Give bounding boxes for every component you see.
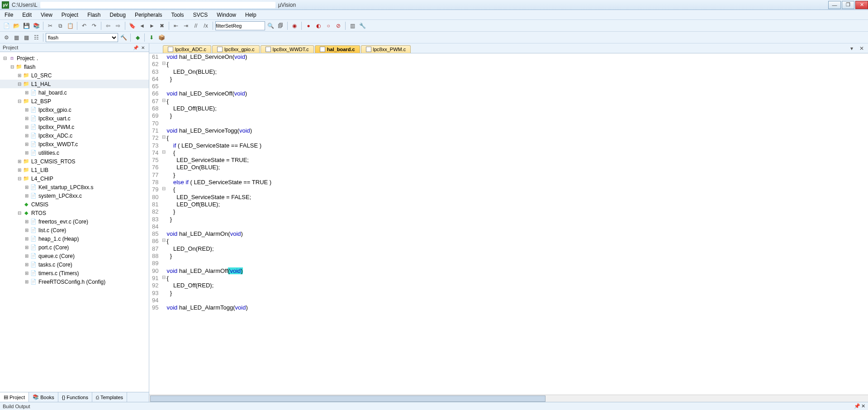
tree-file-queue.c (Core)[interactable]: ⊞queue.c (Core)	[0, 252, 149, 260]
editor-tab-lpc8xx_PWM.c[interactable]: lpc8xx_PWM.c	[361, 45, 411, 53]
output-pin-icon[interactable]: 📌	[854, 403, 860, 409]
tree-file-port.c (Core)[interactable]: ⊞port.c (Core)	[0, 243, 149, 252]
minimize-button[interactable]: —	[828, 1, 841, 9]
sidetab-project[interactable]: ▤Project	[0, 392, 29, 402]
redo-icon[interactable]: ↷	[90, 21, 99, 30]
find-combo[interactable]	[215, 21, 265, 30]
indent-left-icon[interactable]: ⇤	[171, 21, 180, 30]
sidetab-functions[interactable]: {}Functions	[58, 392, 92, 402]
maximize-button[interactable]: ❐	[842, 1, 854, 9]
breakpoint-kill-icon[interactable]: ⊘	[334, 21, 343, 30]
new-file-icon[interactable]: 📄	[2, 21, 11, 30]
output-close-icon[interactable]: ✕	[861, 403, 865, 409]
menu-help[interactable]: Help	[241, 11, 261, 19]
editor-hscroll[interactable]	[149, 395, 868, 402]
menu-file[interactable]: File	[0, 11, 18, 19]
cut-icon[interactable]: ✂	[46, 21, 55, 30]
save-all-icon[interactable]: 📚	[32, 21, 41, 30]
panel-close-icon[interactable]: ✕	[140, 44, 146, 51]
config-icon[interactable]: 🔧	[358, 21, 367, 30]
tree-comp-RTOS[interactable]: ⊟RTOS	[0, 209, 149, 217]
menu-tools[interactable]: Tools	[167, 11, 189, 19]
tree-project-root[interactable]: ⊟Project: .	[0, 54, 149, 62]
close-button[interactable]: ✕	[855, 1, 868, 9]
code-lines[interactable]: void hal_LED_ServiceOn(void){ LED_On(BLU…	[166, 53, 868, 395]
tree-file-hal_board.c[interactable]: ⊞hal_board.c	[0, 88, 149, 97]
tree-group-L1_HAL[interactable]: ⊟L1_HAL	[0, 80, 149, 88]
window-layout-icon[interactable]: ▥	[348, 21, 357, 30]
bookmark-icon[interactable]: 🔖	[128, 21, 137, 30]
tree-file-Keil_startup_LPC8xx.s[interactable]: ⊞Keil_startup_LPC8xx.s	[0, 183, 149, 191]
translate-icon[interactable]: ⚙	[2, 33, 11, 42]
uncomment-icon[interactable]: /x	[201, 21, 210, 30]
bookmark-next-icon[interactable]: ►	[147, 21, 157, 30]
sidetab-templates[interactable]: ⎙Templates	[92, 392, 127, 402]
breakpoint-toggle-icon[interactable]: ◐	[314, 21, 323, 30]
save-icon[interactable]: 💾	[22, 21, 31, 30]
tree-file-system_LPC8xx.c[interactable]: ⊞system_LPC8xx.c	[0, 191, 149, 200]
tree-file-tasks.c (Core)[interactable]: ⊞tasks.c (Core)	[0, 260, 149, 269]
menu-flash[interactable]: Flash	[83, 11, 105, 19]
batch-build-icon[interactable]: ☷	[32, 33, 41, 42]
options-icon[interactable]: 🔨	[119, 33, 128, 42]
tree-file-freertos_evr.c (Core)[interactable]: ⊞freertos_evr.c (Core)	[0, 217, 149, 226]
tree-file-utilities.c[interactable]: ⊞utilities.c	[0, 148, 149, 157]
tab-dropdown-icon[interactable]: ▾	[847, 44, 856, 53]
editor-tab-lpc8xx_WWDT.c[interactable]: lpc8xx_WWDT.c	[261, 45, 314, 53]
target-combo[interactable]: flash	[46, 33, 118, 42]
editor-tab-hal_board.c[interactable]: hal_board.c	[315, 45, 360, 53]
tree-file-heap_1.c (Heap)[interactable]: ⊞heap_1.c (Heap)	[0, 234, 149, 243]
tree-group-L1_LIB[interactable]: ⊞L1_LIB	[0, 166, 149, 174]
tree-file-timers.c (Timers)[interactable]: ⊞timers.c (Timers)	[0, 269, 149, 277]
menu-svcs[interactable]: SVCS	[189, 11, 213, 19]
nav-back-icon[interactable]: ⇦	[104, 21, 113, 30]
paste-icon[interactable]: 📋	[66, 21, 75, 30]
bookmark-prev-icon[interactable]: ◄	[138, 21, 147, 30]
menu-view[interactable]: View	[36, 11, 57, 19]
tree-file-list.c (Core)[interactable]: ⊞list.c (Core)	[0, 226, 149, 234]
tree-comp-CMSIS[interactable]: CMSIS	[0, 200, 149, 209]
tree-group-L2_BSP[interactable]: ⊟L2_BSP	[0, 97, 149, 105]
editor-tab-lpc8xx_ADC.c[interactable]: lpc8xx_ADC.c	[163, 45, 211, 53]
debug-icon[interactable]: ◉	[290, 21, 299, 30]
tree-file-FreeRTOSConfig.h (Config)[interactable]: ⊞FreeRTOSConfig.h (Config)	[0, 277, 149, 286]
editor-tab-lpc8xx_gpio.c[interactable]: lpc8xx_gpio.c	[212, 45, 260, 53]
panel-pin-icon[interactable]: 📌	[133, 44, 139, 51]
build-icon[interactable]: ▦	[12, 33, 21, 42]
fold-gutter[interactable]: ⊟⊟⊟⊟⊟⊟⊟	[161, 53, 166, 395]
sidetab-books[interactable]: 📚Books	[29, 392, 58, 402]
open-file-icon[interactable]: 📂	[12, 21, 21, 30]
find-icon[interactable]: 🔍	[266, 21, 275, 30]
tree-file-lpc8xx_ADC.c[interactable]: ⊞lpc8xx_ADC.c	[0, 131, 149, 140]
breakpoint-disable-icon[interactable]: ○	[324, 21, 333, 30]
find-in-files-icon[interactable]: 🗐	[276, 21, 285, 30]
tab-close-icon[interactable]: ✕	[857, 44, 866, 53]
undo-icon[interactable]: ↶	[80, 21, 89, 30]
tree-file-lpc8xx_uart.c[interactable]: ⊞lpc8xx_uart.c	[0, 114, 149, 123]
bookmark-clear-icon[interactable]: ✖	[157, 21, 166, 30]
code-editor[interactable]: 6162636465666768697071727374757677787980…	[149, 53, 868, 395]
tree-file-lpc8xx_gpio.c[interactable]: ⊞lpc8xx_gpio.c	[0, 105, 149, 114]
manage-rte-icon[interactable]: ◆	[133, 33, 142, 42]
indent-right-icon[interactable]: ⇥	[181, 21, 190, 30]
tree-file-lpc8xx_PWM.c[interactable]: ⊞lpc8xx_PWM.c	[0, 123, 149, 131]
breakpoint-icon[interactable]: ●	[304, 21, 313, 30]
menu-debug[interactable]: Debug	[105, 11, 130, 19]
tree-group-L0_SRC[interactable]: ⊞L0_SRC	[0, 71, 149, 80]
pack-installer-icon[interactable]: 📦	[157, 33, 166, 42]
comment-icon[interactable]: //	[191, 21, 200, 30]
tree-file-lpc8xx_WWDT.c[interactable]: ⊞lpc8xx_WWDT.c	[0, 140, 149, 148]
tree-group-L4_CHIP[interactable]: ⊟L4_CHIP	[0, 174, 149, 183]
tree-group-L3_CMSIS_RTOS[interactable]: ⊞L3_CMSIS_RTOS	[0, 157, 149, 166]
menu-window[interactable]: Window	[212, 11, 241, 19]
menu-edit[interactable]: Edit	[18, 11, 36, 19]
tree-target[interactable]: ⊟flash	[0, 62, 149, 71]
download-icon[interactable]: ⬇	[147, 33, 156, 42]
menu-peripherals[interactable]: Peripherals	[130, 11, 167, 19]
menu-project[interactable]: Project	[57, 11, 83, 19]
nav-fwd-icon[interactable]: ⇨	[114, 21, 123, 30]
hscroll-thumb[interactable]	[150, 396, 545, 402]
copy-icon[interactable]: ⧉	[56, 21, 65, 30]
rebuild-icon[interactable]: ▩	[22, 33, 31, 42]
project-tree[interactable]: ⊟Project: .⊟flash⊞L0_SRC⊟L1_HAL⊞hal_boar…	[0, 52, 149, 392]
